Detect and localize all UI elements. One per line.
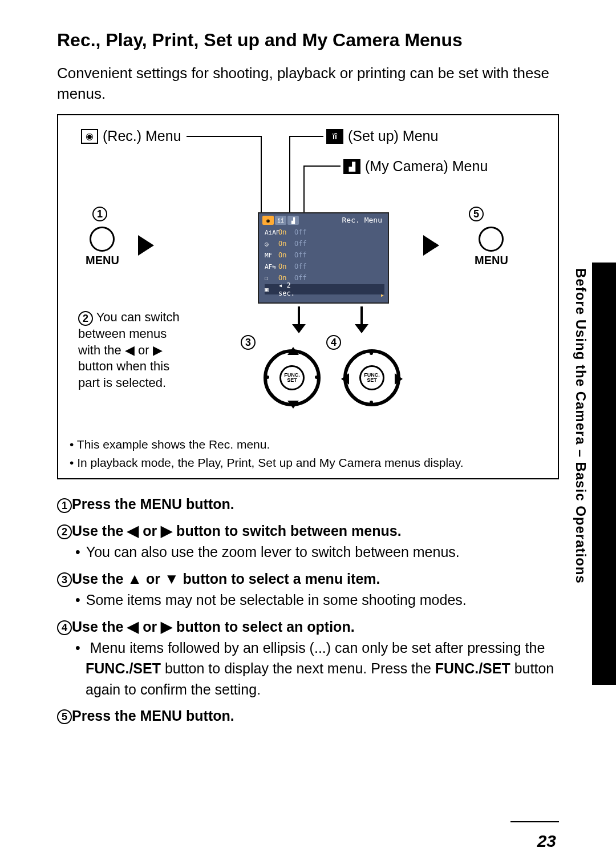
connector-line — [289, 136, 290, 213]
step-3: 3Use the ▲ or ▼ button to select a menu … — [57, 568, 559, 611]
connector-line — [187, 136, 261, 137]
lcd-tab-rec: ◉ — [262, 216, 274, 225]
menu-button-ring — [479, 227, 504, 252]
lcd-tab-setup: ïî — [275, 216, 286, 225]
step-4-sub: Menu items followed by an ellipsis (...)… — [57, 637, 559, 700]
lcd-tab-bar: ◉ ïî ▟ — [262, 216, 299, 225]
lcd-row: MFOnOff — [265, 250, 384, 260]
lcd-row: AiAFOnOff — [265, 227, 384, 237]
lcd-row: AF⇆OnOff — [265, 261, 384, 272]
callout-2: 2 — [78, 311, 93, 326]
connector-line — [289, 136, 323, 137]
step-3-sub: Some items may not be selectable in some… — [57, 590, 559, 610]
step-5: 5Press the MENU button. — [57, 705, 559, 726]
side-tab — [592, 263, 616, 685]
menu-button-label: MENU — [475, 254, 508, 267]
arrow-right-icon — [423, 235, 439, 256]
setup-menu-label-text: (Set up) Menu — [348, 128, 438, 144]
up-arrow-icon — [287, 347, 299, 355]
page-number-rule — [510, 821, 559, 822]
mycam-menu-label-text: (My Camera) Menu — [365, 158, 488, 175]
person-camera-icon: ▟ — [343, 159, 360, 174]
step-2-sub: You can also use the zoom lever to switc… — [57, 542, 559, 562]
figure-notes: • This example shows the Rec. menu. • In… — [70, 435, 464, 471]
page-number: 23 — [537, 831, 556, 851]
connector-line — [261, 136, 262, 213]
right-arrow-icon: ▶ — [161, 522, 172, 539]
menu-button-label: MENU — [86, 254, 119, 267]
left-arrow-icon: ◀ — [127, 522, 139, 539]
page-title: Rec., Play, Print, Set up and My Camera … — [57, 29, 559, 53]
figure-box: ◉ (Rec.) Menu ïî (Set up) Menu ▟ (My Cam… — [57, 114, 559, 479]
right-arrow-icon — [395, 373, 403, 385]
manual-page: Before Using the Camera – Basic Operatio… — [0, 0, 616, 868]
callout-4: 4 — [326, 335, 341, 350]
lcd-arrow-right-icon: ▸ — [380, 291, 384, 299]
setup-menu-label: ïî (Set up) Menu — [326, 128, 438, 144]
down-arrow-icon — [287, 401, 299, 409]
arrow-right-icon — [138, 235, 154, 256]
rec-menu-label-text: (Rec.) Menu — [103, 128, 181, 144]
left-arrow-icon — [341, 373, 349, 385]
down-arrow-icon — [360, 306, 363, 332]
lcd-row: ◎OnOff — [265, 239, 384, 249]
left-arrow-icon: ◀ — [127, 618, 139, 635]
tools-icon: ïî — [326, 129, 343, 144]
menu-button-ring — [90, 227, 115, 252]
step-1: 1Press the MENU button. — [57, 494, 559, 514]
step-4: 4Use the ◀ or ▶ button to select an opti… — [57, 616, 559, 700]
func-set-dial-updown: FUNC. SET — [264, 349, 321, 406]
down-arrow-icon — [298, 306, 300, 332]
up-arrow-icon: ▲ — [127, 570, 142, 587]
lcd-title: Rec. Menu — [342, 216, 382, 224]
callout-2-text: 2 You can switch between menus with the … — [78, 309, 226, 391]
lcd-row-selected: ▣◂ 2 sec. — [265, 284, 384, 294]
callout-1: 1 — [92, 207, 107, 221]
intro-text: Convenient settings for shooting, playba… — [57, 63, 559, 104]
side-tab-label: Before Using the Camera – Basic Operatio… — [573, 268, 589, 584]
callout-3: 3 — [241, 335, 256, 350]
menu-button-right: MENU — [475, 227, 508, 267]
mycam-menu-label: ▟ (My Camera) Menu — [343, 158, 488, 175]
down-arrow-icon: ▼ — [164, 570, 179, 587]
rec-menu-label: ◉ (Rec.) Menu — [81, 128, 181, 144]
connector-line — [303, 165, 305, 213]
connector-line — [303, 165, 341, 167]
callout-5: 5 — [469, 207, 484, 221]
lcd-tab-mycam: ▟ — [287, 216, 299, 225]
steps-list: 1Press the MENU button. 2Use the ◀ or ▶ … — [57, 494, 559, 726]
func-set-dial-leftright: FUNC. SET — [343, 349, 400, 406]
right-arrow-icon: ▶ — [161, 618, 172, 635]
camera-icon: ◉ — [81, 129, 98, 144]
step-2: 2Use the ◀ or ▶ button to switch between… — [57, 520, 559, 563]
menu-button-left: MENU — [86, 227, 119, 267]
camera-lcd: ◉ ïî ▟ Rec. Menu AiAFOnOff ◎OnOff MFOnOf… — [258, 212, 389, 304]
